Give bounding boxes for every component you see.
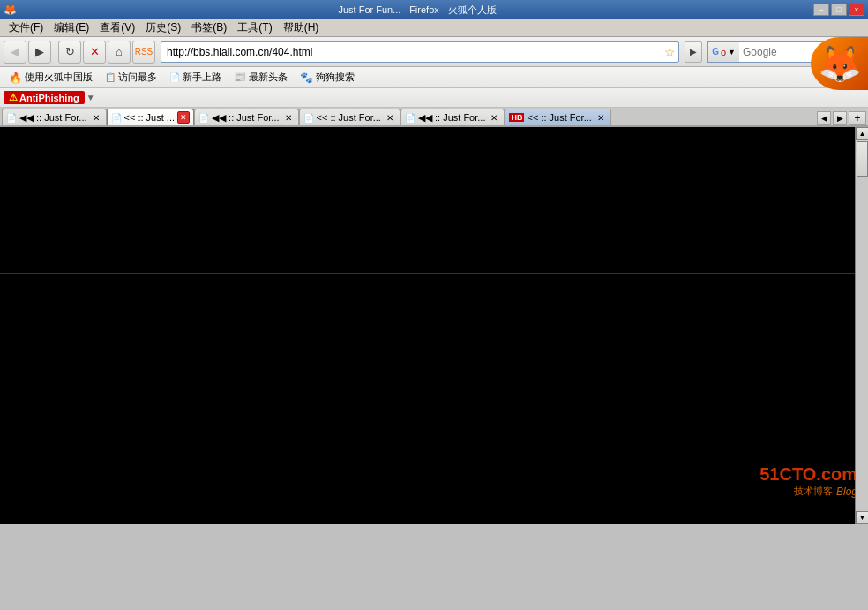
nav-toolbar: ◀ ▶ ↻ ✕ ⌂ RSS ☆ ▶ G o ▼ 🔍 🦊 xyxy=(0,37,868,67)
page-icon-2: 📄 xyxy=(169,72,180,82)
bookmark-headlines-label: 最新头条 xyxy=(249,71,288,84)
bookmark-firefox-label: 使用火狐中国版 xyxy=(25,71,93,84)
tab-3-close[interactable]: ✕ xyxy=(282,111,295,124)
home-button[interactable]: ⌂ xyxy=(108,41,131,64)
tab-scroll-right[interactable]: ▶ xyxy=(833,111,847,125)
rss-button[interactable]: RSS xyxy=(132,41,155,64)
tab-6[interactable]: HB << :: Just For... ✕ xyxy=(505,109,610,125)
search-engine-selector[interactable]: G o ▼ xyxy=(707,41,739,63)
title-bar: 🦊 Just For Fun... - Firefox - 火狐个人版 − □ … xyxy=(0,0,868,19)
bookmark-most-visited[interactable]: 📋 访问最多 xyxy=(100,69,162,86)
menu-file[interactable]: 文件(F) xyxy=(4,19,49,37)
tab-3[interactable]: 📄 ◀◀ :: Just For... ✕ xyxy=(194,109,299,125)
tab-1-close[interactable]: ✕ xyxy=(90,111,102,124)
tab-4-icon: 📄 xyxy=(303,113,314,123)
bookmark-star-icon[interactable]: ☆ xyxy=(664,45,676,59)
antiphishing-dropdown[interactable]: ▼ xyxy=(86,93,95,102)
stop-button[interactable]: ✕ xyxy=(83,41,106,64)
tab-4-close[interactable]: ✕ xyxy=(384,111,396,124)
menu-view[interactable]: 查看(V) xyxy=(94,19,140,37)
tab-4-title: << :: Just For... xyxy=(317,112,381,123)
logo-51cto-text: 51CTO.com xyxy=(760,464,857,485)
bookmark-gougo-label: 狗狗搜索 xyxy=(316,71,355,84)
new-tab-button[interactable]: + xyxy=(849,111,866,125)
firefox-icon: 🔥 xyxy=(9,72,22,84)
menu-help[interactable]: 帮助(H) xyxy=(278,19,325,37)
tab-3-title: ◀◀ :: Just For... xyxy=(212,112,280,124)
dog-icon: 🐾 xyxy=(300,72,313,84)
content-frame-top xyxy=(0,127,868,273)
bookmark-newbie[interactable]: 📄 新手上路 xyxy=(164,69,227,86)
tab-1-title: ◀◀ :: Just For... xyxy=(19,112,87,124)
shield-icon: ⚠ xyxy=(9,92,18,103)
logo-51cto-sub: 技术博客 xyxy=(794,485,833,498)
tab-bar: 📄 ◀◀ :: Just For... ✕ 📄 << :: Just ... ✕… xyxy=(0,108,868,127)
scroll-track xyxy=(856,177,868,511)
menu-bar: 文件(F) 编辑(E) 查看(V) 历史(S) 书签(B) 工具(T) 帮助(H… xyxy=(0,19,868,37)
scroll-down-button[interactable]: ▼ xyxy=(856,511,868,524)
rss-icon: 📰 xyxy=(234,72,246,83)
scroll-thumb[interactable] xyxy=(857,141,868,177)
tab-2-title: << :: Just ... xyxy=(124,112,175,123)
tab-2[interactable]: 📄 << :: Just ... ✕ xyxy=(107,109,194,125)
menu-tools[interactable]: 工具(T) xyxy=(232,19,277,37)
antiphishing-bar: ⚠ AntiPhishing ▼ xyxy=(0,88,868,108)
bookmark-most-visited-label: 访问最多 xyxy=(118,71,157,84)
minimize-button[interactable]: − xyxy=(813,4,829,16)
browser-content: Www.Anti-Sec.cN |Open-Free-Share| 51CTO.… xyxy=(0,127,868,524)
tab-6-icon: HB xyxy=(509,113,524,122)
close-button[interactable]: × xyxy=(849,4,864,16)
tab-1[interactable]: 📄 ◀◀ :: Just For... ✕ xyxy=(2,109,107,125)
logo-51cto: 51CTO.com 技术博客 Blog xyxy=(760,464,857,498)
forward-button[interactable]: ▶ xyxy=(28,41,51,64)
window-controls: − □ × xyxy=(813,4,864,16)
maximize-button[interactable]: □ xyxy=(831,4,847,16)
bookmark-gougo[interactable]: 🐾 狗狗搜索 xyxy=(295,69,360,86)
tab-2-close[interactable]: ✕ xyxy=(177,111,190,124)
tab-5-title: ◀◀ :: Just For... xyxy=(418,112,486,124)
menu-history[interactable]: 历史(S) xyxy=(140,19,186,37)
tab-4[interactable]: 📄 << :: Just For... ✕ xyxy=(299,109,400,125)
menu-edit[interactable]: 编辑(E) xyxy=(49,19,94,37)
scrollbar: ▲ ▼ xyxy=(855,127,868,524)
window-title: Just For Fun... - Firefox - 火狐个人版 xyxy=(21,4,813,17)
menu-bookmarks[interactable]: 书签(B) xyxy=(186,19,232,37)
content-frame-bottom: Www.Anti-Sec.cN |Open-Free-Share| xyxy=(0,274,868,524)
tab-scroll-left[interactable]: ◀ xyxy=(817,111,831,125)
address-input[interactable] xyxy=(161,41,679,63)
tab-bar-controls: ◀ ▶ + xyxy=(817,111,866,125)
bookmark-firefox[interactable]: 🔥 使用火狐中国版 xyxy=(4,69,98,86)
antiphishing-badge[interactable]: ⚠ AntiPhishing xyxy=(4,91,85,104)
back-button[interactable]: ◀ xyxy=(4,41,26,64)
tab-3-icon: 📄 xyxy=(198,113,209,123)
bookmark-headlines[interactable]: 📰 最新头条 xyxy=(228,69,293,86)
tab-6-title: << :: Just For... xyxy=(527,112,591,123)
scroll-up-button[interactable]: ▲ xyxy=(856,127,868,140)
address-bar-container: ☆ xyxy=(161,41,679,63)
reload-button[interactable]: ↻ xyxy=(58,41,81,64)
antiphishing-label: AntiPhishing xyxy=(19,93,79,103)
bookmarks-bar: 🔥 使用火狐中国版 📋 访问最多 📄 新手上路 📰 最新头条 🐾 狗狗搜索 xyxy=(0,67,868,88)
go-button[interactable]: ▶ xyxy=(685,41,702,63)
tab-2-icon: 📄 xyxy=(111,113,122,123)
tab-5[interactable]: 📄 ◀◀ :: Just For... ✕ xyxy=(400,109,505,125)
firefox-logo: 🦊 xyxy=(811,37,868,90)
tab-5-close[interactable]: ✕ xyxy=(488,111,500,124)
tab-6-close[interactable]: ✕ xyxy=(595,111,607,124)
tab-1-icon: 📄 xyxy=(6,113,17,123)
bookmark-newbie-label: 新手上路 xyxy=(183,71,221,84)
tab-5-icon: 📄 xyxy=(405,113,415,123)
page-icon: 📋 xyxy=(105,72,116,82)
